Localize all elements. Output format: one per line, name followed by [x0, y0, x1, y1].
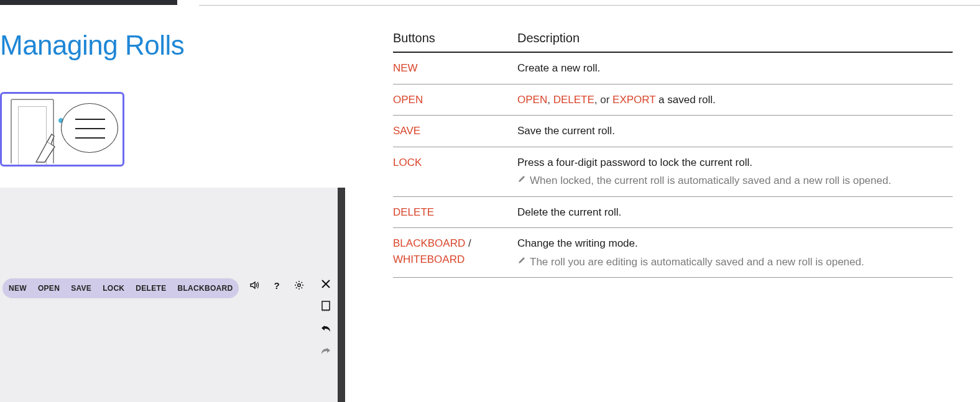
table-row: LOCK Press a four-digit password to lock…	[393, 147, 953, 197]
buttons-description-table: Buttons Description NEW Create a new rol…	[393, 31, 953, 278]
keyword: OPEN	[517, 94, 547, 106]
table-header-buttons: Buttons	[393, 31, 517, 45]
toolbar-blackboard-button[interactable]: BLACKBOARD	[177, 284, 233, 293]
description-text: Change the writing mode.	[517, 235, 953, 252]
note-line: The roll you are editing is automaticall…	[517, 254, 953, 270]
roll-icon[interactable]	[320, 301, 331, 312]
svg-rect-1	[322, 301, 330, 310]
text-separator: ,	[547, 94, 553, 106]
side-icon-stack	[320, 278, 331, 357]
button-name: BLACKBOARD	[393, 237, 465, 249]
close-icon[interactable]	[320, 278, 331, 290]
text-separator: /	[465, 237, 471, 249]
text-separator: , or	[594, 94, 612, 106]
toolbar-new-button[interactable]: NEW	[9, 284, 27, 293]
button-description: Change the writing mode. The roll you ar…	[517, 235, 953, 270]
note-text: When locked, the current roll is automat…	[530, 173, 891, 189]
undo-icon[interactable]	[320, 323, 331, 334]
text-tail: a saved roll.	[655, 94, 715, 106]
toolbar-open-button[interactable]: OPEN	[38, 284, 60, 293]
page-title: Managing Rolls	[0, 30, 184, 61]
menu-line-icon	[75, 128, 105, 129]
svg-point-0	[298, 284, 301, 287]
menu-bubble-icon	[61, 103, 118, 153]
gear-icon[interactable]	[294, 280, 305, 291]
button-description: Create a new roll.	[517, 60, 953, 76]
button-name: OPEN	[393, 94, 423, 106]
button-description: Save the current roll.	[517, 123, 953, 139]
device-bezel	[338, 188, 345, 402]
button-name: LOCK	[393, 157, 422, 168]
toolbar-lock-button[interactable]: LOCK	[103, 284, 124, 293]
toolbar-pill: NEW OPEN SAVE LOCK DELETE BLACKBOARD	[2, 278, 239, 298]
button-description: Delete the current roll.	[517, 204, 953, 221]
table-row: SAVE Save the current roll.	[393, 116, 953, 147]
table-row: NEW Create a new roll.	[393, 53, 953, 85]
help-icon[interactable]: ?	[271, 280, 282, 291]
button-name: WHITEBOARD	[393, 254, 465, 265]
table-row: DELETE Delete the current roll.	[393, 197, 953, 229]
illustration-panel	[0, 92, 124, 167]
device-screenshot: NEW OPEN SAVE LOCK DELETE BLACKBOARD ?	[0, 188, 345, 402]
keyword: EXPORT	[612, 94, 655, 106]
header-divider	[199, 5, 980, 6]
menu-line-icon	[75, 119, 105, 120]
pencil-icon	[517, 256, 526, 265]
description-text: Press a four-digit password to lock the …	[517, 155, 953, 171]
table-row: OPEN OPEN, DELETE, or EXPORT a saved rol…	[393, 85, 953, 116]
keyword: DELETE	[553, 94, 594, 106]
redo-icon[interactable]	[320, 345, 331, 357]
button-description: OPEN, DELETE, or EXPORT a saved roll.	[517, 92, 953, 108]
table-row: BLACKBOARD / WHITEBOARD Change the writi…	[393, 228, 953, 278]
table-header-description: Description	[517, 31, 953, 45]
table-header-row: Buttons Description	[393, 31, 953, 53]
button-name-group: BLACKBOARD / WHITEBOARD	[393, 235, 517, 270]
toolbar-delete-button[interactable]: DELETE	[136, 284, 166, 293]
sound-icon[interactable]	[249, 280, 260, 291]
note-text: The roll you are editing is automaticall…	[530, 254, 864, 270]
note-line: When locked, the current roll is automat…	[517, 173, 953, 189]
toolbar-save-button[interactable]: SAVE	[71, 284, 91, 293]
button-name: NEW	[393, 62, 418, 74]
pencil-icon	[517, 175, 526, 183]
menu-line-icon	[75, 137, 105, 139]
header-accent-bar	[0, 0, 177, 5]
button-name: DELETE	[393, 206, 434, 218]
button-description: Press a four-digit password to lock the …	[517, 155, 953, 189]
toolbar-icon-row: ?	[249, 280, 305, 291]
button-name: SAVE	[393, 125, 420, 137]
